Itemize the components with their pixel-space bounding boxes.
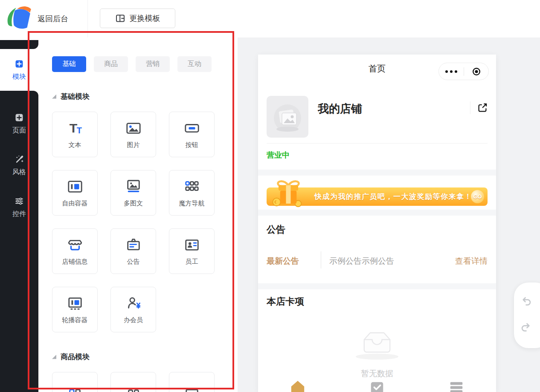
svg-text:T: T xyxy=(69,121,77,135)
free-container-icon xyxy=(67,179,83,195)
module-card-label: 按钮 xyxy=(186,141,198,149)
header-divider xyxy=(87,0,88,37)
magic-wand-icon xyxy=(14,154,25,165)
sidebar-item-pages[interactable]: 页面 xyxy=(0,103,38,144)
svg-text:T: T xyxy=(76,126,81,135)
promoter-banner[interactable]: 快成为我的推广员吧，一大波奖励等你来拿！ GO xyxy=(267,187,488,206)
image-icon xyxy=(125,120,142,136)
module-card-carousel[interactable]: 轮播容器 xyxy=(52,287,98,332)
list-tab-icon[interactable] xyxy=(448,379,465,392)
exit-target-icon[interactable] xyxy=(464,66,488,77)
goods-list-icon xyxy=(125,387,142,392)
sidebar-item-label: 风格 xyxy=(12,168,26,177)
home-tab-icon[interactable] xyxy=(290,379,306,392)
section-gap xyxy=(258,210,496,216)
sidebar-item-controls[interactable]: 控件 xyxy=(0,186,38,228)
sidebar-dark-body: 页面风格控件 xyxy=(0,91,38,392)
page-add-icon xyxy=(14,112,25,123)
redo-icon[interactable] xyxy=(520,322,532,333)
text-icon: TT xyxy=(67,120,83,136)
carousel-icon xyxy=(67,295,83,311)
module-card-label: 图片 xyxy=(127,141,140,149)
left-sidebar: 模块 页面风格控件 xyxy=(0,37,38,392)
module-card-label: 魔方导航 xyxy=(179,199,205,208)
module-card-multi-image-text[interactable]: 多图文 xyxy=(110,170,156,216)
goods-grid-icon xyxy=(67,387,83,392)
promo-go-button[interactable]: GO xyxy=(471,190,484,203)
module-card-goods-list[interactable] xyxy=(110,372,156,392)
notice-content: 示例公告示例公告 xyxy=(329,256,394,267)
sidebar-active-slot: 模块 xyxy=(0,49,38,91)
shop-divider xyxy=(267,143,488,144)
shop-avatar[interactable] xyxy=(267,96,308,138)
module-card-member[interactable]: 办会员 xyxy=(110,287,156,332)
section-gap xyxy=(258,283,496,289)
module-card-text[interactable]: TT文本 xyxy=(52,112,98,157)
module-card-image[interactable]: 图片 xyxy=(110,112,156,157)
staff-card-icon xyxy=(184,237,200,253)
palette-tab-1[interactable]: 基础 xyxy=(52,56,86,72)
module-card-label: 公告 xyxy=(127,258,140,266)
sidebar-item-modules[interactable]: 模块 xyxy=(12,49,26,91)
section-gap xyxy=(258,170,496,176)
empty-data-text: 暂无数据 xyxy=(258,368,496,379)
app-logo-icon xyxy=(5,4,33,34)
share-icon[interactable] xyxy=(476,102,488,114)
collapse-caret-icon xyxy=(52,95,56,99)
shop-info-icon xyxy=(67,237,83,253)
empty-tray-icon xyxy=(360,329,394,357)
palette-tab-4[interactable]: 互动 xyxy=(177,56,212,72)
share-divider xyxy=(470,101,470,114)
cube-nav-icon xyxy=(184,179,200,195)
module-card-notice-board[interactable]: 公告 xyxy=(110,228,156,274)
module-card-goods-grid[interactable] xyxy=(52,372,98,392)
palette-tabs: 基础商品营销互动 xyxy=(52,56,224,72)
schedule-tab-icon[interactable] xyxy=(369,379,385,392)
module-grid: TT文本图片按钮自由容器多图文魔方导航店铺信息公告员工轮播容器办会员 xyxy=(52,112,224,332)
multi-image-text-icon xyxy=(125,179,142,195)
sidebar-item-label: 模块 xyxy=(12,72,26,81)
history-pill xyxy=(514,282,540,348)
palette-tab-2[interactable]: 商品 xyxy=(94,56,128,72)
more-dots-icon[interactable] xyxy=(439,70,464,73)
module-card-shop-info[interactable]: 店铺信息 xyxy=(52,228,98,274)
module-palette-panel: 基础商品营销互动 基础模块TT文本图片按钮自由容器多图文魔方导航店铺信息公告员工… xyxy=(38,37,238,392)
module-card-label: 文本 xyxy=(69,141,81,149)
notice-board-icon xyxy=(125,237,142,253)
sidebar-item-label: 页面 xyxy=(12,126,26,135)
module-card-free-container[interactable]: 自由容器 xyxy=(52,170,98,216)
shop-name: 我的店铺 xyxy=(318,101,362,116)
notice-detail-link[interactable]: 查看详情 xyxy=(455,256,488,267)
palette-tab-3[interactable]: 营销 xyxy=(136,56,170,72)
promo-text: 快成为我的推广员吧，一大波奖励等你来拿！ xyxy=(314,192,472,202)
shop-status-badge: 营业中 xyxy=(267,150,290,160)
module-card-label: 多图文 xyxy=(124,199,143,208)
module-card-goods-table[interactable] xyxy=(169,372,215,392)
module-card-label: 自由容器 xyxy=(62,199,88,208)
module-add-icon xyxy=(14,58,25,69)
phone-tabbar xyxy=(258,379,496,392)
section-header[interactable]: 商品模块 xyxy=(52,352,224,362)
sidebar-item-style[interactable]: 风格 xyxy=(0,144,38,186)
miniprogram-capsule xyxy=(438,63,489,80)
sliders-icon xyxy=(14,196,25,207)
sidebar-top-cap xyxy=(0,40,38,49)
module-card-staff-card[interactable]: 员工 xyxy=(169,228,215,274)
notice-tag: 最新公告 xyxy=(267,256,299,267)
collapse-caret-icon xyxy=(52,355,56,359)
member-icon xyxy=(125,295,142,311)
change-template-label: 更换模板 xyxy=(130,13,160,23)
module-card-label: 轮播容器 xyxy=(62,316,88,324)
gift-box-icon xyxy=(271,179,306,208)
sidebar-item-label: 控件 xyxy=(12,210,26,219)
undo-icon[interactable] xyxy=(520,296,532,307)
module-card-cube-nav[interactable]: 魔方导航 xyxy=(169,170,215,216)
module-card-button[interactable]: 按钮 xyxy=(169,112,215,157)
phone-preview: 首页 我的店铺 营业中 xyxy=(258,55,496,392)
section-header[interactable]: 基础模块 xyxy=(52,92,224,101)
back-to-admin-link[interactable]: 返回后台 xyxy=(38,0,68,37)
notice-divider xyxy=(321,251,321,268)
change-template-button[interactable]: 更换模板 xyxy=(100,9,175,28)
module-grid xyxy=(52,372,224,392)
section-title: 商品模块 xyxy=(61,352,90,362)
